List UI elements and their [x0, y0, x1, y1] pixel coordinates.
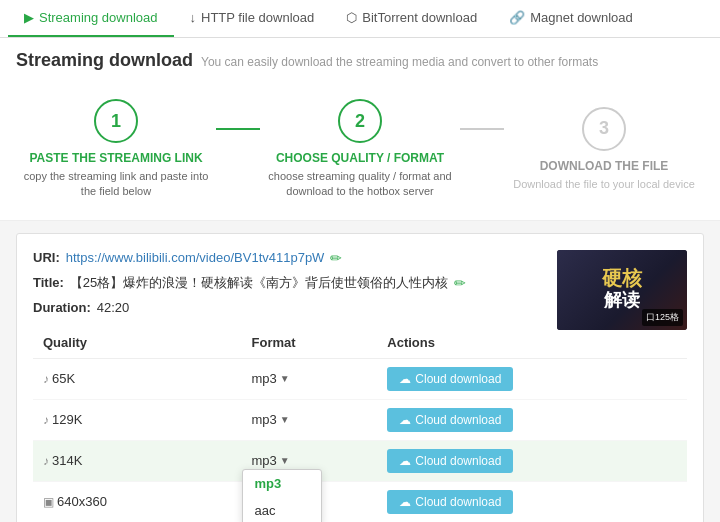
step-connector-1 [216, 128, 260, 130]
cloud-icon: ☁ [399, 495, 411, 509]
format-cell: mp3 ▼ mp3 aac [242, 440, 378, 481]
duration-value: 42:20 [97, 300, 130, 315]
tab-http-label: HTTP file download [201, 10, 314, 25]
quality-cell: ♪ 65K [33, 358, 242, 399]
cloud-download-button[interactable]: ☁ Cloud download [387, 408, 513, 432]
cloud-icon: ☁ [399, 413, 411, 427]
tab-bittorrent[interactable]: ⬡ BitTorrent download [330, 0, 493, 37]
format-value: mp3 [252, 412, 277, 427]
cloud-download-button[interactable]: ☁ Cloud download [387, 490, 513, 514]
cloud-btn-label: Cloud download [415, 454, 501, 468]
format-select[interactable]: mp3 ▼ [252, 371, 290, 386]
title-edit-icon[interactable]: ✏ [454, 275, 466, 291]
page-header: Streaming download You can easily downlo… [0, 38, 720, 79]
tab-magnet-label: Magnet download [530, 10, 633, 25]
download-table: Quality Format Actions ♪ 65K [33, 327, 687, 522]
title-value: 【25格】爆炸的浪漫！硬核解读《南方》背后使世领俗的人性内核 [70, 274, 448, 292]
streaming-icon: ▶ [24, 10, 34, 25]
step-2-desc: choose streaming quality / format and do… [260, 169, 460, 200]
cloud-icon: ☁ [399, 372, 411, 386]
chevron-down-icon: ▼ [280, 414, 290, 425]
action-cell: ☁ Cloud download [377, 481, 687, 522]
main-content: 硬核 解读 口125格 URI: https://www.bilibili.co… [0, 221, 720, 522]
quality-cell: ▣ 640x360 [33, 481, 242, 522]
cloud-btn-label: Cloud download [415, 372, 501, 386]
cloud-download-button[interactable]: ☁ Cloud download [387, 449, 513, 473]
col-quality: Quality [33, 327, 242, 359]
duration-label: Duration: [33, 300, 91, 315]
step-3-circle: 3 [582, 107, 626, 151]
step-2-title: CHOOSE QUALITY / FORMAT [276, 151, 444, 165]
format-cell: mp3 ▼ [242, 358, 378, 399]
step-1-title: PASTE THE STREAMING LINK [29, 151, 202, 165]
page-title: Streaming download [16, 50, 193, 71]
format-value: mp3 [252, 371, 277, 386]
page-subtitle: You can easily download the streaming me… [201, 55, 598, 69]
uri-value: https://www.bilibili.com/video/BV1tv411p… [66, 250, 325, 265]
step-3: 3 DOWNLOAD THE FILE Download the file to… [504, 107, 704, 192]
http-icon: ↓ [190, 10, 197, 25]
tab-streaming[interactable]: ▶ Streaming download [8, 0, 174, 37]
thumbnail-bottom-text: 解读 [602, 288, 642, 312]
table-row: ♪ 129K mp3 ▼ ☁ Cloud download [33, 399, 687, 440]
dropdown-option-mp3[interactable]: mp3 [243, 470, 321, 497]
step-1-circle: 1 [94, 99, 138, 143]
format-select[interactable]: mp3 ▼ [252, 453, 290, 468]
step-3-title: DOWNLOAD THE FILE [540, 159, 669, 173]
quality-value: 65K [52, 371, 75, 386]
table-row: ▣ 640x360 mkv ▼ ☁ Cloud download [33, 481, 687, 522]
step-1: 1 PASTE THE STREAMING LINK copy the stre… [16, 99, 216, 200]
tab-http[interactable]: ↓ HTTP file download [174, 0, 331, 37]
step-2-circle: 2 [338, 99, 382, 143]
quality-value: 314K [52, 453, 82, 468]
step-1-desc: copy the streaming link and paste into t… [16, 169, 216, 200]
action-cell: ☁ Cloud download [377, 399, 687, 440]
title-label: Title: [33, 275, 64, 290]
step-2: 2 CHOOSE QUALITY / FORMAT choose streami… [260, 99, 460, 200]
cloud-btn-label: Cloud download [415, 413, 501, 427]
table-row: ♪ 65K mp3 ▼ ☁ Cloud download [33, 358, 687, 399]
tab-bittorrent-label: BitTorrent download [362, 10, 477, 25]
tab-magnet[interactable]: 🔗 Magnet download [493, 0, 649, 37]
cloud-icon: ☁ [399, 454, 411, 468]
chevron-down-icon: ▼ [280, 455, 290, 466]
format-select[interactable]: mp3 ▼ [252, 412, 290, 427]
audio-icon: ♪ [43, 372, 49, 386]
step-3-desc: Download the file to your local device [513, 177, 695, 192]
cloud-btn-label: Cloud download [415, 495, 501, 509]
chevron-down-icon: ▼ [280, 373, 290, 384]
col-format: Format [242, 327, 378, 359]
format-dropdown: mp3 aac [242, 469, 322, 522]
action-cell: ☁ Cloud download [377, 358, 687, 399]
format-cell: mp3 ▼ [242, 399, 378, 440]
video-icon: ▣ [43, 495, 54, 509]
dropdown-option-aac[interactable]: aac [243, 497, 321, 522]
quality-value: 640x360 [57, 494, 107, 509]
format-value: mp3 [252, 453, 277, 468]
quality-value: 129K [52, 412, 82, 427]
content-card: 硬核 解读 口125格 URI: https://www.bilibili.co… [16, 233, 704, 522]
thumbnail-top-text: 硬核 [602, 268, 642, 288]
quality-cell: ♪ 129K [33, 399, 242, 440]
step-connector-2 [460, 128, 504, 130]
thumbnail: 硬核 解读 口125格 [557, 250, 687, 330]
tab-bar: ▶ Streaming download ↓ HTTP file downloa… [0, 0, 720, 38]
tab-streaming-label: Streaming download [39, 10, 158, 25]
magnet-icon: 🔗 [509, 10, 525, 25]
cloud-download-button[interactable]: ☁ Cloud download [387, 367, 513, 391]
bittorrent-icon: ⬡ [346, 10, 357, 25]
uri-edit-icon[interactable]: ✏ [330, 250, 342, 266]
uri-label: URI: [33, 250, 60, 265]
table-row: ♪ 314K mp3 ▼ mp3 aac [33, 440, 687, 481]
col-actions: Actions [377, 327, 687, 359]
audio-icon: ♪ [43, 413, 49, 427]
thumbnail-badge: 口125格 [642, 309, 683, 326]
audio-icon: ♪ [43, 454, 49, 468]
quality-cell: ♪ 314K [33, 440, 242, 481]
steps-container: 1 PASTE THE STREAMING LINK copy the stre… [0, 79, 720, 221]
action-cell: ☁ Cloud download [377, 440, 687, 481]
